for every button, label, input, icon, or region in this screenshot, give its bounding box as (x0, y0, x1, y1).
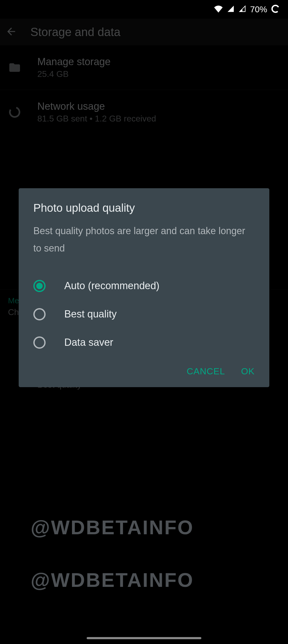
cancel-button[interactable]: CANCEL (187, 366, 225, 376)
radio-icon (33, 308, 46, 320)
radio-option-saver[interactable]: Data saver (19, 328, 269, 357)
radio-option-auto[interactable]: Auto (recommended) (19, 272, 269, 300)
spinner-icon (271, 4, 280, 14)
radio-label: Best quality (64, 308, 117, 320)
dialog-subtitle: Best quality photos are larger and can t… (19, 222, 269, 257)
ok-button[interactable]: OK (241, 366, 255, 376)
radio-label: Data saver (64, 337, 113, 348)
dialog-title: Photo upload quality (19, 202, 269, 214)
svg-point-0 (271, 4, 280, 13)
wifi-icon (214, 5, 223, 14)
battery-percent: 70% (250, 5, 267, 14)
gesture-nav-bar[interactable] (87, 637, 201, 639)
radio-option-best[interactable]: Best quality (19, 300, 269, 328)
status-bar: 70% (0, 0, 288, 19)
signal-icon (227, 5, 235, 14)
signal-icon-2 (238, 5, 246, 14)
radio-label: Auto (recommended) (64, 280, 159, 292)
radio-icon (33, 280, 46, 292)
radio-icon (33, 336, 46, 349)
photo-quality-dialog: Photo upload quality Best quality photos… (19, 188, 269, 387)
